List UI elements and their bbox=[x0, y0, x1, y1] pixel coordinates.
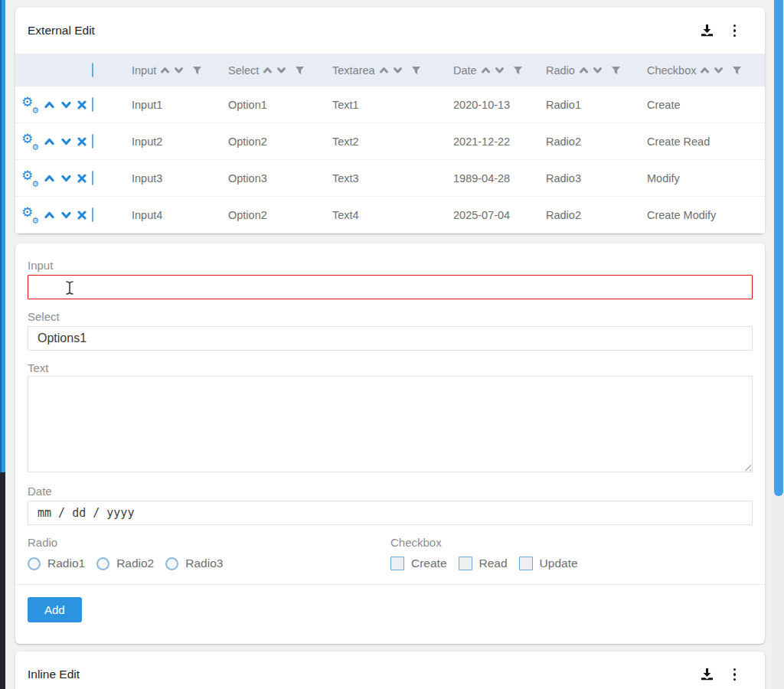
sort-asc-icon[interactable] bbox=[160, 66, 170, 74]
add-button[interactable]: Add bbox=[28, 597, 82, 622]
row-move-down-icon[interactable] bbox=[60, 100, 72, 109]
sort-asc-icon[interactable] bbox=[481, 66, 491, 74]
left-scrollbar[interactable] bbox=[0, 0, 5, 689]
date-label: Date bbox=[28, 485, 753, 498]
row-delete-icon[interactable] bbox=[77, 174, 87, 183]
sort-desc-icon[interactable] bbox=[393, 66, 403, 74]
input-field[interactable] bbox=[28, 275, 753, 299]
checkbox-option-label: Create bbox=[411, 557, 447, 570]
radio-option-radio3[interactable] bbox=[165, 557, 178, 570]
filter-icon[interactable] bbox=[513, 66, 523, 75]
checkbox-option-create[interactable] bbox=[390, 557, 404, 570]
radio-option-label: Radio3 bbox=[185, 557, 223, 570]
cell-textarea: Text1 bbox=[332, 99, 453, 111]
sort-desc-icon[interactable] bbox=[495, 66, 505, 74]
row-move-down-icon[interactable] bbox=[60, 211, 72, 220]
cell-radio: Radio3 bbox=[546, 172, 647, 184]
date-field[interactable]: mm / dd / yyyy bbox=[28, 501, 753, 525]
date-placeholder: mm / dd / yyyy bbox=[38, 506, 134, 520]
column-header-select[interactable]: Select bbox=[228, 64, 332, 77]
text-label: Text bbox=[28, 361, 753, 374]
row-checkbox[interactable] bbox=[92, 207, 93, 222]
row-delete-icon[interactable] bbox=[77, 211, 87, 220]
sort-desc-icon[interactable] bbox=[714, 66, 724, 74]
row-delete-icon[interactable] bbox=[77, 100, 87, 109]
table-row: ⚙⚙ Input2 Option2 Text2 2021-12-22 Radio… bbox=[15, 123, 765, 160]
right-scrollbar-thumb[interactable] bbox=[774, 0, 783, 496]
cell-radio: Radio2 bbox=[546, 209, 647, 221]
divider bbox=[15, 584, 765, 585]
row-settings-icon[interactable]: ⚙⚙ bbox=[23, 171, 38, 185]
row-checkbox[interactable] bbox=[92, 134, 93, 149]
row-checkbox[interactable] bbox=[92, 97, 93, 112]
column-header-radio[interactable]: Radio bbox=[546, 64, 647, 77]
column-header-checkbox[interactable]: Checkbox bbox=[647, 64, 765, 77]
sort-desc-icon[interactable] bbox=[174, 66, 184, 74]
checkbox-option-update[interactable] bbox=[519, 557, 533, 570]
kebab-menu-icon[interactable] bbox=[730, 667, 740, 683]
row-move-down-icon[interactable] bbox=[60, 137, 72, 146]
cell-input: Input1 bbox=[132, 99, 228, 111]
column-header-textarea[interactable]: Textarea bbox=[332, 64, 453, 77]
column-header-date[interactable]: Date bbox=[453, 64, 546, 77]
radio-option-label: Radio1 bbox=[47, 557, 85, 570]
filter-icon[interactable] bbox=[611, 66, 621, 75]
row-delete-icon[interactable] bbox=[77, 137, 87, 146]
select-label: Select bbox=[28, 310, 753, 323]
row-move-up-icon[interactable] bbox=[44, 137, 55, 146]
select-field[interactable]: Options1 bbox=[28, 326, 753, 351]
row-move-down-icon[interactable] bbox=[60, 174, 72, 183]
external-edit-header: External Edit bbox=[15, 8, 765, 54]
radio-option-radio1[interactable] bbox=[28, 557, 41, 570]
row-settings-icon[interactable]: ⚙⚙ bbox=[23, 208, 38, 222]
column-label: Date bbox=[453, 64, 477, 77]
cell-radio: Radio2 bbox=[546, 136, 647, 148]
cell-checkbox: Create bbox=[647, 99, 765, 111]
download-icon[interactable] bbox=[701, 24, 714, 37]
text-area[interactable] bbox=[28, 376, 753, 472]
download-icon[interactable] bbox=[701, 668, 714, 681]
column-header-input[interactable]: Input bbox=[132, 64, 228, 77]
right-scrollbar[interactable] bbox=[773, 0, 784, 689]
filter-icon[interactable] bbox=[295, 66, 305, 75]
column-label: Select bbox=[228, 64, 259, 77]
row-move-up-icon[interactable] bbox=[44, 100, 55, 109]
checkbox-option-read[interactable] bbox=[459, 557, 472, 570]
checkbox-group-label: Checkbox bbox=[390, 536, 753, 549]
row-checkbox[interactable] bbox=[92, 171, 93, 185]
checkbox-option-label: Update bbox=[540, 557, 578, 570]
cell-checkbox: Create Read bbox=[647, 136, 765, 148]
column-label: Input bbox=[132, 64, 156, 77]
column-label: Textarea bbox=[332, 64, 375, 77]
filter-icon[interactable] bbox=[732, 66, 742, 75]
resize-grip-icon[interactable] bbox=[743, 462, 751, 471]
radio-group-label: Radio bbox=[28, 536, 390, 549]
left-scrollbar-thumb[interactable] bbox=[0, 0, 5, 472]
table-row: ⚙⚙ Input3 Option3 Text3 1989-04-28 Radio… bbox=[15, 160, 765, 197]
select-all-checkbox[interactable] bbox=[92, 63, 93, 77]
sort-asc-icon[interactable] bbox=[700, 66, 710, 74]
cell-date: 2025-07-04 bbox=[453, 209, 546, 221]
row-move-up-icon[interactable] bbox=[44, 174, 55, 183]
cell-input: Input4 bbox=[132, 209, 228, 221]
sort-asc-icon[interactable] bbox=[379, 66, 389, 74]
cell-textarea: Text3 bbox=[332, 172, 453, 184]
sort-desc-icon[interactable] bbox=[593, 66, 603, 74]
kebab-menu-icon[interactable] bbox=[730, 23, 740, 39]
column-label: Checkbox bbox=[647, 64, 696, 77]
radio-option-radio2[interactable] bbox=[96, 557, 109, 570]
card-title: External Edit bbox=[28, 24, 95, 38]
filter-icon[interactable] bbox=[411, 66, 421, 75]
external-edit-card: External Edit Input Select bbox=[15, 8, 765, 233]
select-value: Options1 bbox=[38, 331, 87, 345]
sort-asc-icon[interactable] bbox=[263, 66, 273, 74]
cell-textarea: Text4 bbox=[332, 209, 453, 221]
filter-icon[interactable] bbox=[192, 66, 202, 75]
sort-asc-icon[interactable] bbox=[579, 66, 589, 74]
add-record-form-card: Input Select Options1 Text Date mm / dd … bbox=[15, 243, 765, 644]
radio-option-label: Radio2 bbox=[116, 557, 154, 570]
row-settings-icon[interactable]: ⚙⚙ bbox=[23, 98, 38, 112]
sort-desc-icon[interactable] bbox=[276, 66, 286, 74]
row-settings-icon[interactable]: ⚙⚙ bbox=[23, 135, 38, 149]
row-move-up-icon[interactable] bbox=[44, 211, 55, 220]
